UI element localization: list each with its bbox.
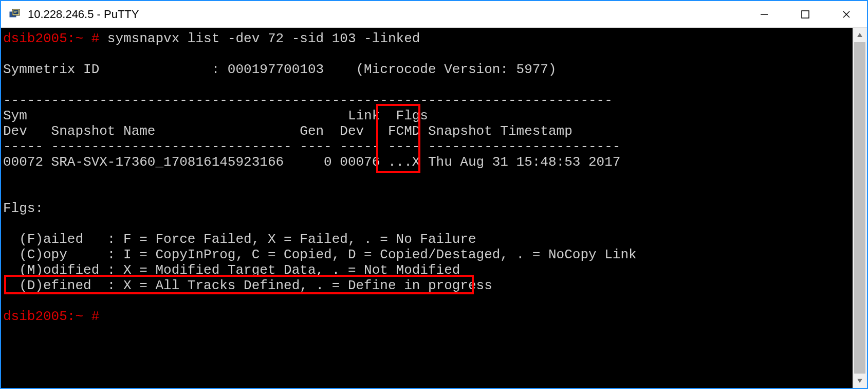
legend-defined: (D)efined : X = All Tracks Defined, . = … (3, 278, 492, 293)
scrollbar[interactable] (853, 28, 867, 388)
scroll-track[interactable] (853, 42, 867, 374)
legend-modified: (M)odified : X = Modified Target Data, .… (3, 262, 460, 278)
window-title: 10.228.246.5 - PuTTY (28, 8, 139, 21)
svg-marker-10 (857, 379, 862, 383)
command-text: symsnapvx list -dev 72 -sid 103 -linked (99, 31, 420, 46)
legend-copy: (C)opy : I = CopyInProg, C = Copied, D =… (3, 247, 637, 262)
legend-failed: (F)ailed : F = Force Failed, X = Failed,… (3, 232, 476, 247)
putty-icon (8, 8, 21, 21)
table-header-2: Dev Snapshot Name Gen Dev FCMD Snapshot … (3, 123, 572, 139)
separator-line: ----------------------------------------… (3, 93, 613, 108)
minimize-button[interactable] (744, 1, 785, 28)
terminal[interactable]: dsib2005:~ # symsnapvx list -dev 72 -sid… (1, 28, 853, 388)
putty-window: 10.228.246.5 - PuTTY dsib2005:~ # symsna… (0, 0, 868, 389)
titlebar[interactable]: 10.228.246.5 - PuTTY (1, 1, 867, 28)
maximize-button[interactable] (785, 1, 826, 28)
client-area: dsib2005:~ # symsnapvx list -dev 72 -sid… (1, 28, 867, 388)
scroll-thumb[interactable] (854, 42, 865, 374)
table-header-1: Sym Link Flgs (3, 108, 428, 123)
svg-rect-6 (802, 11, 809, 18)
scroll-down-icon[interactable] (853, 374, 867, 388)
table-row: 00072 SRA-SVX-17360_170816145923166 0 00… (3, 154, 620, 170)
flgs-label: Flgs: (3, 201, 43, 216)
prompt-text-2: dsib2005:~ # (3, 309, 99, 324)
svg-marker-9 (857, 33, 862, 37)
table-header-sep: ----- ------------------------------ ---… (3, 139, 620, 154)
close-button[interactable] (826, 1, 867, 28)
symmetrix-id-line: Symmetrix ID : 000197700103 (Microcode V… (3, 62, 557, 77)
scroll-up-icon[interactable] (853, 28, 867, 42)
prompt-text: dsib2005:~ # (3, 31, 99, 46)
